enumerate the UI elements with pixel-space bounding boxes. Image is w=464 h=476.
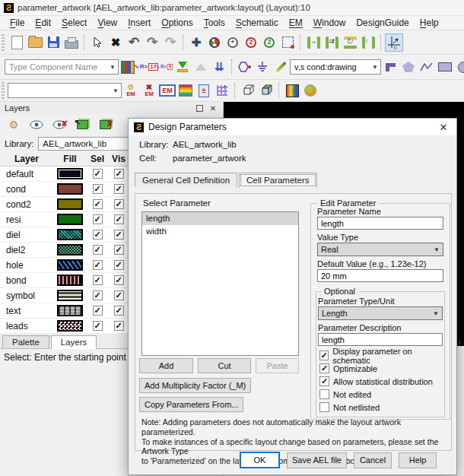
layer-row-hole[interactable]: hole	[0, 258, 134, 273]
deactivate-component-icon[interactable]	[192, 58, 210, 76]
insert-polygon-icon[interactable]	[399, 58, 418, 76]
new-file-icon[interactable]	[8, 33, 26, 52]
layer-select-checkbox[interactable]	[87, 290, 108, 300]
trace-icon[interactable]	[272, 58, 290, 76]
menu-file[interactable]: File	[5, 17, 30, 29]
layer-fill-swatch[interactable]	[53, 305, 87, 316]
menu-window[interactable]: Window	[308, 17, 351, 29]
layer-fill-swatch[interactable]	[53, 168, 87, 179]
parameter-item-width[interactable]: width	[142, 225, 298, 238]
insert-origin-icon[interactable]: o	[385, 33, 403, 52]
stretch-multi-icon[interactable]	[323, 33, 341, 52]
zoom-in-2x-icon[interactable]: 2	[242, 33, 260, 52]
distribute-icon[interactable]	[359, 33, 377, 52]
layer-fill-swatch[interactable]	[53, 183, 87, 195]
help-button[interactable]: Help	[399, 452, 437, 468]
cut-button[interactable]: Cut	[198, 358, 251, 373]
add-multiplicity-factor-button[interactable]: Add Multiplicity Factor (_M)	[139, 378, 251, 393]
column-header-vis[interactable]: Vis	[108, 154, 129, 164]
toolbar-grip[interactable]	[2, 34, 5, 51]
insert-rectangle-icon[interactable]	[436, 58, 454, 76]
entry-layer-combo[interactable]: v,s cond:drawing ▼	[290, 59, 381, 75]
substrate-editor-icon[interactable]	[176, 81, 195, 100]
redo-all-icon[interactable]: ↷	[161, 33, 180, 52]
add-button[interactable]: Add	[139, 358, 193, 373]
ground-icon[interactable]	[253, 58, 272, 76]
layer-row-cond[interactable]: cond	[0, 182, 134, 197]
ok-button[interactable]: OK	[240, 452, 280, 468]
pin-icon[interactable]	[235, 58, 253, 76]
view-3d-wireframe-icon[interactable]	[239, 81, 257, 100]
em-stop-icon[interactable]: ✖EM	[140, 81, 158, 100]
layer-fill-swatch[interactable]	[53, 198, 87, 210]
layer-visible-checkbox[interactable]	[108, 214, 129, 224]
component-parameter-icon[interactable]: ∿R=17	[137, 58, 155, 76]
em-setup-combo[interactable]: ▼	[8, 83, 122, 98]
tab-general-cell-definition[interactable]: General Cell Definition	[135, 173, 237, 187]
paste-button[interactable]: Paste	[256, 358, 299, 373]
layer-visible-checkbox[interactable]	[108, 169, 129, 179]
insert-component-icon[interactable]	[173, 58, 192, 76]
component-name-combo[interactable]: Type Component Name ▼	[5, 59, 119, 75]
menu-em[interactable]: EM	[284, 17, 308, 29]
layer-fill-swatch[interactable]	[53, 259, 87, 271]
view-3d-rainbow-icon[interactable]	[283, 81, 301, 100]
em-visualization-icon[interactable]	[301, 81, 319, 100]
layer-select-checkbox[interactable]	[87, 260, 108, 270]
layer-row-text[interactable]: text	[0, 303, 134, 319]
select-all-layers-icon[interactable]: ↖	[73, 117, 91, 132]
layer-visible-checkbox[interactable]	[108, 199, 129, 209]
tab-layers[interactable]: Layers	[51, 335, 97, 349]
default-value-input[interactable]	[317, 269, 443, 282]
layer-fill-swatch[interactable]	[53, 244, 87, 255]
layer-row-diel2[interactable]: diel2	[0, 243, 134, 258]
pointer-icon[interactable]	[88, 33, 106, 52]
insert-circle-icon[interactable]	[454, 58, 464, 76]
tab-cell-parameters[interactable]: Cell Parameters	[239, 173, 316, 188]
insert-path-icon[interactable]	[381, 58, 399, 76]
zoom-in-icon[interactable]: +	[224, 33, 242, 52]
layer-select-checkbox[interactable]	[87, 245, 108, 255]
insert-polyline-icon[interactable]	[418, 58, 436, 76]
menu-tools[interactable]: Tools	[199, 17, 230, 29]
layer-visible-checkbox[interactable]	[108, 245, 129, 255]
layer-row-bond[interactable]: bond	[0, 273, 134, 288]
print-icon[interactable]	[62, 33, 81, 52]
view-3d-solid-icon[interactable]	[257, 81, 275, 100]
save-ael-file-button[interactable]: Save AEL file	[287, 452, 347, 468]
layer-select-checkbox[interactable]	[87, 321, 108, 331]
em-setup-icon[interactable]: ⚙EM	[122, 81, 140, 100]
column-header-layer[interactable]: Layer	[0, 154, 53, 164]
layer-settings-icon[interactable]: ⚙	[5, 117, 23, 132]
component-history-icon[interactable]: ∿R=9	[155, 58, 173, 76]
layer-select-checkbox[interactable]	[87, 230, 108, 240]
layer-visible-checkbox[interactable]	[108, 260, 129, 270]
delete-icon[interactable]: ✖	[106, 33, 125, 52]
layer-row-cond2[interactable]: cond2	[0, 197, 134, 212]
pan-icon[interactable]: ✚	[187, 33, 205, 52]
layer-select-checkbox[interactable]	[87, 214, 108, 224]
layer-select-checkbox[interactable]	[87, 275, 108, 285]
open-icon[interactable]	[26, 33, 44, 52]
parameter-description-input[interactable]	[318, 333, 443, 346]
column-header-sel[interactable]: Sel	[87, 154, 108, 164]
menu-select[interactable]: Select	[56, 17, 92, 29]
float-panel-icon[interactable]	[194, 103, 205, 113]
parameter-name-input[interactable]	[317, 217, 443, 230]
parameter-type-unit-combo[interactable]: Length ▼	[318, 306, 443, 320]
layer-row-symbol[interactable]: symbol	[0, 288, 134, 303]
cancel-button[interactable]: Cancel	[354, 452, 392, 468]
undo-icon[interactable]: ↶	[125, 33, 143, 52]
menu-help[interactable]: Help	[415, 17, 444, 29]
em-window-icon[interactable]: EM	[158, 81, 176, 100]
save-icon[interactable]	[44, 33, 62, 52]
menu-designguide[interactable]: DesignGuide	[351, 17, 414, 29]
copy-parameters-from-button[interactable]: Copy Parameters From...	[139, 397, 243, 412]
layer-fill-swatch[interactable]	[53, 229, 87, 240]
layer-visible-checkbox[interactable]	[108, 230, 129, 240]
menu-schematic[interactable]: Schematic	[230, 17, 284, 29]
layer-fill-swatch[interactable]	[53, 290, 87, 301]
zoom-to-selection-icon[interactable]	[278, 33, 297, 52]
tab-palette[interactable]: Palette	[2, 335, 49, 348]
checkbox-not-netlisted[interactable]: Not netlisted	[318, 401, 443, 414]
